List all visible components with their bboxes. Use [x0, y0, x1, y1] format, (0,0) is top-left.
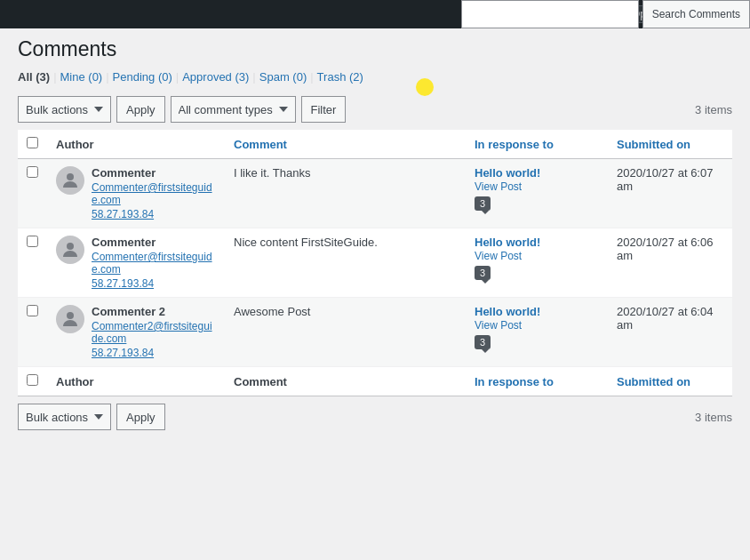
bottom-toolbar: Bulk actions Apply 3 items: [18, 404, 732, 430]
table-row: Commenter Commenter@firstsiteguide.com 5…: [18, 228, 732, 298]
filter-mine[interactable]: Mine (0): [60, 70, 103, 84]
comment-cell: Nice content FirstSiteGuide.: [225, 228, 466, 298]
submitted-cell: 2020/10/27 at 6:06 am: [608, 228, 732, 298]
comment-count-badge: 3: [475, 266, 491, 280]
row-checkbox[interactable]: [27, 236, 38, 247]
author-ip[interactable]: 58.27.193.84: [92, 347, 216, 359]
avatar: [56, 166, 84, 195]
comment-cell: I like it. Thanks: [225, 159, 466, 228]
response-info: Hello world! View Post 3: [475, 166, 599, 211]
table-footer-row: Author Comment In response to Submitted …: [18, 367, 732, 396]
select-all-header[interactable]: [18, 130, 47, 159]
wp-admin: Screen Options ▾ Help ▾ Comments Search …: [0, 0, 750, 560]
author-name: Commenter: [92, 236, 216, 249]
filter-spam[interactable]: Spam (0): [259, 70, 307, 84]
submitted-date: 2020/10/27 at 6:06 am: [617, 236, 713, 262]
author-name: Commenter 2: [92, 305, 216, 318]
author-column-header[interactable]: Author: [47, 130, 225, 159]
response-info: Hello world! View Post 3: [475, 236, 599, 280]
row-checkbox-cell: [18, 298, 47, 367]
author-cell: Commenter Commenter@firstsiteguide.com 5…: [47, 228, 225, 298]
svg-point-0: [67, 173, 74, 180]
avatar: [56, 236, 84, 264]
main-content: Comments Search Comments All (3) | Mine …: [0, 28, 750, 448]
comment-column-header: Comment: [225, 130, 466, 159]
response-cell: Hello world! View Post 3: [466, 159, 608, 228]
items-count-top: 3 items: [695, 103, 732, 116]
user-icon: [60, 308, 81, 330]
bulk-actions-select-bottom[interactable]: Bulk actions: [18, 404, 111, 430]
submitted-cell: 2020/10/27 at 6:07 am: [608, 159, 732, 228]
items-count-bottom: 3 items: [695, 411, 732, 424]
author-ip[interactable]: 58.27.193.84: [92, 277, 216, 290]
select-all-checkbox[interactable]: [27, 137, 38, 148]
response-cell: Hello world! View Post 3: [466, 298, 608, 367]
response-title-link[interactable]: Hello world!: [475, 305, 540, 318]
submitted-date: 2020/10/27 at 6:07 am: [617, 166, 713, 193]
view-post-link[interactable]: View Post: [475, 180, 522, 193]
svg-point-1: [67, 243, 74, 250]
comments-table: Author Comment In response to Submitted …: [18, 130, 732, 396]
row-checkbox[interactable]: [27, 166, 38, 178]
user-icon: [60, 239, 81, 260]
comment-types-select[interactable]: All comment types: [171, 96, 296, 123]
avatar: [56, 305, 84, 333]
view-post-link[interactable]: View Post: [475, 250, 522, 262]
author-email[interactable]: Commenter@firstsiteguide.com: [92, 251, 216, 276]
author-ip[interactable]: 58.27.193.84: [92, 208, 216, 220]
comment-count-badge: 3: [475, 335, 491, 349]
author-cell: Commenter Commenter@firstsiteguide.com 5…: [47, 159, 225, 228]
response-title-link[interactable]: Hello world!: [475, 166, 540, 180]
page-title: Comments: [18, 37, 116, 61]
filter-trash[interactable]: Trash (2): [317, 70, 363, 84]
filter-button[interactable]: Filter: [301, 96, 347, 123]
bulk-actions-select-top[interactable]: Bulk actions: [18, 96, 111, 123]
view-post-link[interactable]: View Post: [475, 319, 522, 332]
submitted-column-header[interactable]: Submitted on: [608, 130, 732, 159]
search-area: Search Comments: [461, 0, 750, 28]
response-column-header[interactable]: In response to: [466, 130, 608, 159]
apply-button-bottom[interactable]: Apply: [116, 404, 165, 430]
user-icon: [60, 170, 81, 191]
response-info: Hello world! View Post 3: [475, 305, 599, 349]
select-all-checkbox-footer[interactable]: [27, 374, 38, 386]
svg-point-2: [67, 312, 74, 319]
author-info: Commenter Commenter@firstsiteguide.com 5…: [92, 236, 216, 290]
comment-cell: Awesome Post: [225, 298, 466, 367]
author-info: Commenter Commenter@firstsiteguide.com 5…: [92, 166, 216, 220]
table-header-row: Author Comment In response to Submitted …: [18, 130, 732, 159]
select-all-footer[interactable]: [18, 367, 47, 396]
comment-text: I like it. Thanks: [234, 163, 310, 180]
author-email[interactable]: Commenter2@firstsiteguide.com: [92, 320, 216, 345]
comment-count-badge: 3: [475, 196, 491, 211]
submitted-date: 2020/10/27 at 6:04 am: [617, 305, 713, 332]
comment-text: Awesome Post: [234, 301, 310, 318]
submitted-cell: 2020/10/27 at 6:04 am: [608, 298, 732, 367]
response-title-link[interactable]: Hello world!: [475, 236, 540, 249]
search-input[interactable]: [461, 0, 639, 28]
response-cell: Hello world! View Post 3: [466, 228, 608, 298]
top-toolbar: Bulk actions Apply All comment types Fil…: [18, 96, 732, 123]
row-checkbox-cell: [18, 228, 47, 298]
author-cell: Commenter 2 Commenter2@firstsiteguide.co…: [47, 298, 225, 367]
filter-approved[interactable]: Approved (3): [182, 70, 249, 84]
row-checkbox[interactable]: [27, 305, 38, 316]
author-email[interactable]: Commenter@firstsiteguide.com: [92, 181, 216, 206]
response-footer: In response to: [466, 367, 608, 396]
filter-all[interactable]: All (3): [18, 70, 50, 84]
filter-pending[interactable]: Pending (0): [113, 70, 172, 84]
filter-links: All (3) | Mine (0) | Pending (0) | Appro…: [18, 70, 732, 84]
row-checkbox-cell: [18, 159, 47, 228]
submitted-footer: Submitted on: [608, 367, 732, 396]
author-name: Commenter: [92, 166, 216, 180]
author-info: Commenter 2 Commenter2@firstsiteguide.co…: [92, 305, 216, 359]
comment-footer: Comment: [225, 367, 466, 396]
table-row: Commenter Commenter@firstsiteguide.com 5…: [18, 159, 732, 228]
search-comments-button[interactable]: Search Comments: [642, 0, 750, 28]
comment-text: Nice content FirstSiteGuide.: [234, 232, 378, 249]
table-row: Commenter 2 Commenter2@firstsiteguide.co…: [18, 298, 732, 367]
author-footer: Author: [47, 367, 225, 396]
apply-button-top[interactable]: Apply: [116, 96, 165, 123]
